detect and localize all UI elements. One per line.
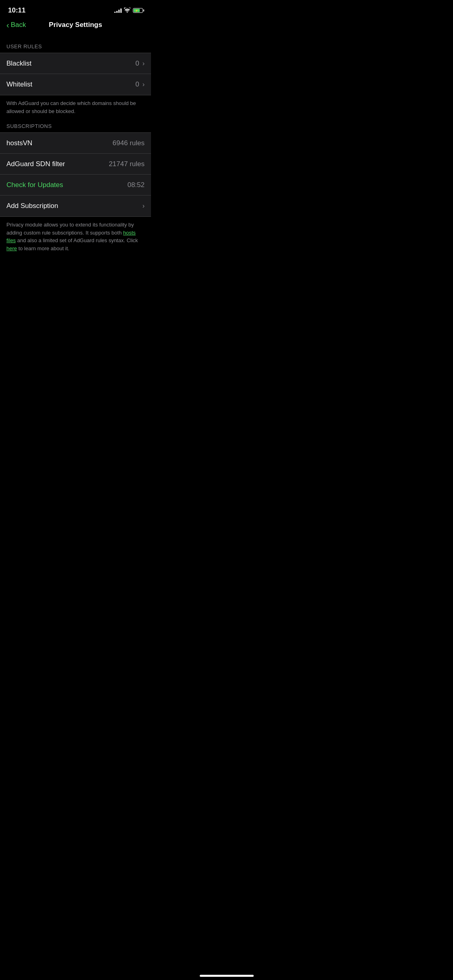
battery-icon: ⚡: [133, 8, 143, 13]
page-title: Privacy Settings: [49, 21, 102, 29]
whitelist-right: 0 ›: [135, 80, 145, 89]
user-rules-header: USER RULES: [0, 43, 151, 53]
blacklist-chevron-icon: ›: [143, 60, 145, 67]
subscriptions-footer: Privacy module allows you to extend its …: [0, 217, 151, 260]
main-content: USER RULES Blacklist 0 › Whitelist 0 › W…: [0, 35, 151, 260]
user-rules-list: Blacklist 0 › Whitelist 0 ›: [0, 53, 151, 95]
whitelist-item[interactable]: Whitelist 0 ›: [0, 74, 151, 95]
nav-bar: ‹ Back Privacy Settings: [0, 18, 151, 35]
hostsvn-label: hostsVN: [6, 139, 32, 147]
blacklist-item[interactable]: Blacklist 0 ›: [0, 53, 151, 74]
here-link[interactable]: here: [6, 245, 17, 251]
adguard-sdn-item[interactable]: AdGuard SDN filter 21747 rules: [0, 154, 151, 175]
adguard-sdn-right: 21747 rules: [109, 160, 145, 168]
add-subscription-item[interactable]: Add Subscription ›: [0, 196, 151, 216]
add-subscription-right: ›: [143, 202, 145, 210]
wifi-icon: [124, 7, 130, 14]
whitelist-value: 0: [135, 80, 139, 89]
back-chevron-icon: ‹: [6, 21, 9, 29]
footer-before: Privacy module allows you to extend its …: [6, 222, 134, 236]
whitelist-chevron-icon: ›: [143, 81, 145, 88]
check-updates-item[interactable]: Check for Updates 08:52: [0, 175, 151, 196]
whitelist-label: Whitelist: [6, 80, 32, 89]
status-bar: 10:11 ⚡: [0, 0, 151, 18]
hostsvn-item[interactable]: hostsVN 6946 rules: [0, 133, 151, 154]
blacklist-right: 0 ›: [135, 60, 145, 68]
signal-bars-icon: [114, 8, 122, 13]
back-button[interactable]: ‹ Back: [6, 21, 26, 29]
check-updates-label: Check for Updates: [6, 181, 63, 189]
footer-middle: and also a limited set of AdGuard rules …: [16, 237, 138, 243]
hostsvn-value: 6946 rules: [113, 139, 145, 147]
adguard-sdn-value: 21747 rules: [109, 160, 145, 168]
check-updates-value: 08:52: [127, 181, 145, 189]
add-subscription-chevron-icon: ›: [143, 202, 145, 210]
add-subscription-label: Add Subscription: [6, 202, 58, 210]
adguard-sdn-label: AdGuard SDN filter: [6, 160, 65, 168]
blacklist-value: 0: [135, 60, 139, 68]
status-time: 10:11: [8, 6, 25, 14]
user-rules-footer: With AdGuard you can decide which domain…: [0, 95, 151, 123]
hostsvn-right: 6946 rules: [113, 139, 145, 147]
subscriptions-list: hostsVN 6946 rules AdGuard SDN filter 21…: [0, 132, 151, 217]
check-updates-right: 08:52: [127, 181, 145, 189]
footer-after: to learn more about it.: [17, 245, 69, 251]
blacklist-label: Blacklist: [6, 60, 31, 68]
status-icons: ⚡: [114, 7, 143, 14]
back-label: Back: [11, 21, 26, 29]
subscriptions-header: SUBSCRIPTIONS: [0, 123, 151, 132]
